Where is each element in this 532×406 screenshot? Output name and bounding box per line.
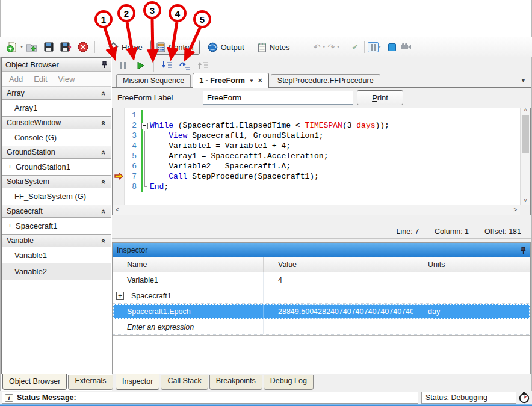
vertical-scrollbar[interactable]: ^ v bbox=[520, 108, 530, 205]
object-group-header[interactable]: Variable « bbox=[2, 234, 111, 247]
new-object-button[interactable] bbox=[4, 39, 20, 55]
panel-tab[interactable]: Externals bbox=[68, 375, 113, 390]
inspector-cell-name[interactable]: Variable1 bbox=[113, 272, 264, 288]
object-item[interactable]: Variable2 bbox=[2, 263, 111, 280]
column-header-units[interactable]: Units bbox=[413, 257, 530, 272]
inspector-cell-value[interactable] bbox=[264, 319, 413, 334]
object-group-header[interactable]: SolarSystem « bbox=[2, 175, 111, 188]
inspector-row[interactable]: + Spacecraft1 bbox=[113, 288, 530, 304]
tab-stepprocedure[interactable]: StepProcedure.FFProcedure bbox=[271, 74, 380, 87]
tab-control[interactable]: Control bbox=[150, 40, 200, 55]
menu-view[interactable]: View bbox=[58, 75, 75, 84]
fold-marker[interactable] bbox=[140, 141, 150, 151]
pause-mission-button[interactable] bbox=[368, 42, 379, 52]
inspector-cell-units[interactable]: day bbox=[413, 304, 530, 319]
object-group-header[interactable]: Spacecraft « bbox=[2, 205, 111, 218]
object-item[interactable]: Variable1 bbox=[2, 247, 111, 263]
collapse-group-icon[interactable]: « bbox=[99, 209, 108, 213]
panel-tab[interactable]: Call Stack bbox=[161, 375, 208, 390]
inspector-cell-units[interactable] bbox=[413, 288, 530, 303]
object-group-header[interactable]: Array « bbox=[2, 87, 111, 100]
scroll-right-icon[interactable]: > bbox=[513, 207, 517, 213]
object-item[interactable]: + Spacecraft1 bbox=[2, 218, 111, 234]
debug-continue-button[interactable] bbox=[134, 60, 147, 72]
redo-dropdown-icon[interactable]: ▾ bbox=[337, 45, 339, 49]
debug-pause-button[interactable] bbox=[116, 60, 129, 72]
object-item[interactable]: Array1 bbox=[2, 100, 111, 116]
inspector-cell-name[interactable]: + Spacecraft1 bbox=[113, 288, 264, 303]
panel-tab[interactable]: Breakpoints bbox=[209, 375, 262, 390]
menu-edit[interactable]: Edit bbox=[34, 75, 47, 84]
scroll-left-icon[interactable]: < bbox=[116, 207, 119, 213]
object-item[interactable]: Console (G) bbox=[2, 129, 111, 146]
panel-tab[interactable]: Object Browser bbox=[2, 374, 67, 390]
inspector-cell-units[interactable] bbox=[413, 319, 530, 334]
object-browser-groups: Array « Array1 ConsoleWindow « Console (… bbox=[2, 87, 111, 374]
inspector-cell-value[interactable]: 28849.500428240740740740740740740740268 bbox=[264, 304, 413, 319]
object-group-header[interactable]: ConsoleWindow « bbox=[2, 116, 111, 129]
tab-output[interactable]: Output bbox=[202, 40, 250, 54]
expand-icon[interactable]: + bbox=[7, 223, 13, 229]
collapse-group-icon[interactable]: « bbox=[99, 150, 108, 154]
pause-dropdown-icon[interactable]: ▾ bbox=[379, 45, 381, 49]
tab-home[interactable]: Home bbox=[103, 40, 148, 54]
vertical-scrollbar-thumb[interactable] bbox=[522, 115, 529, 153]
collapse-group-icon[interactable]: « bbox=[99, 179, 108, 183]
inspector-cell-name[interactable]: Enter an expression bbox=[113, 319, 264, 334]
fold-marker[interactable] bbox=[140, 182, 150, 192]
freeform-name-input[interactable] bbox=[203, 91, 353, 105]
save-as-button[interactable]: ? bbox=[57, 39, 75, 55]
tab-notes[interactable]: Notes bbox=[252, 40, 295, 54]
collapse-group-icon[interactable]: « bbox=[99, 91, 108, 95]
column-header-value[interactable]: Value bbox=[264, 257, 413, 272]
object-group-header[interactable]: GroundStation « bbox=[2, 146, 111, 159]
step-over-button[interactable] bbox=[178, 60, 191, 72]
object-group-items: Array1 bbox=[2, 100, 111, 116]
validate-button[interactable]: ✔ bbox=[349, 41, 361, 53]
inspector-row[interactable]: Enter an expression bbox=[113, 319, 530, 335]
menu-add[interactable]: Add bbox=[9, 75, 23, 84]
inspector-row[interactable]: Variable1 4 bbox=[113, 272, 530, 288]
scroll-down-icon[interactable]: v bbox=[524, 198, 527, 203]
scroll-up-icon[interactable]: ^ bbox=[524, 108, 527, 114]
undo-button[interactable]: ↶ bbox=[311, 41, 323, 53]
fold-marker[interactable] bbox=[140, 110, 150, 120]
fold-marker[interactable] bbox=[140, 151, 150, 161]
tab-close-icon[interactable]: × bbox=[258, 76, 262, 85]
fold-marker[interactable] bbox=[140, 161, 150, 171]
save-button[interactable] bbox=[40, 39, 57, 55]
tab-dropdown-icon[interactable]: ▼ bbox=[249, 78, 254, 84]
record-button[interactable] bbox=[398, 41, 415, 53]
expand-icon[interactable]: + bbox=[116, 292, 124, 300]
step-out-button[interactable] bbox=[196, 60, 209, 72]
expand-icon[interactable]: + bbox=[7, 164, 13, 170]
column-header-name[interactable]: Name bbox=[113, 257, 264, 272]
horizontal-scrollbar[interactable]: < > bbox=[113, 205, 520, 215]
inspector-row[interactable]: Spacecraft1.Epoch 28849.5004282407407407… bbox=[113, 304, 530, 319]
pin-icon[interactable] bbox=[521, 247, 526, 254]
tab-mission-sequence[interactable]: Mission Sequence bbox=[116, 74, 191, 87]
inspector-cell-value[interactable]: 4 bbox=[264, 272, 413, 288]
script-editor[interactable]: 1 2 While (Spacecraft1.ElapsedTime < TIM… bbox=[112, 108, 531, 215]
collapse-group-icon[interactable]: « bbox=[99, 120, 108, 125]
open-button[interactable] bbox=[23, 39, 40, 55]
step-into-button[interactable] bbox=[160, 60, 173, 72]
tab-freeform[interactable]: 1 - FreeForm ▼ × bbox=[193, 73, 269, 88]
inspector-cell-name[interactable]: Spacecraft1.Epoch bbox=[113, 304, 264, 319]
close-mission-button[interactable] bbox=[75, 39, 91, 55]
panel-tab[interactable]: Debug Log bbox=[264, 375, 314, 390]
collapse-group-icon[interactable]: « bbox=[99, 238, 108, 242]
fold-marker[interactable] bbox=[140, 120, 150, 131]
fold-marker[interactable] bbox=[140, 171, 150, 182]
stop-button[interactable] bbox=[386, 42, 398, 53]
pin-icon[interactable] bbox=[102, 61, 107, 69]
object-item[interactable]: FF_SolarSystem (G) bbox=[2, 188, 111, 205]
inspector-cell-value[interactable] bbox=[264, 288, 413, 303]
object-item[interactable]: + GroundStation1 bbox=[2, 159, 111, 175]
inspector-cell-units[interactable] bbox=[413, 272, 530, 288]
redo-button[interactable]: ↷ bbox=[325, 41, 337, 53]
print-button[interactable]: Print bbox=[357, 90, 403, 105]
fold-marker[interactable] bbox=[140, 131, 150, 141]
tab-list-dropdown-icon[interactable]: ▼ bbox=[521, 78, 526, 84]
panel-tab[interactable]: Inspector bbox=[116, 374, 159, 390]
